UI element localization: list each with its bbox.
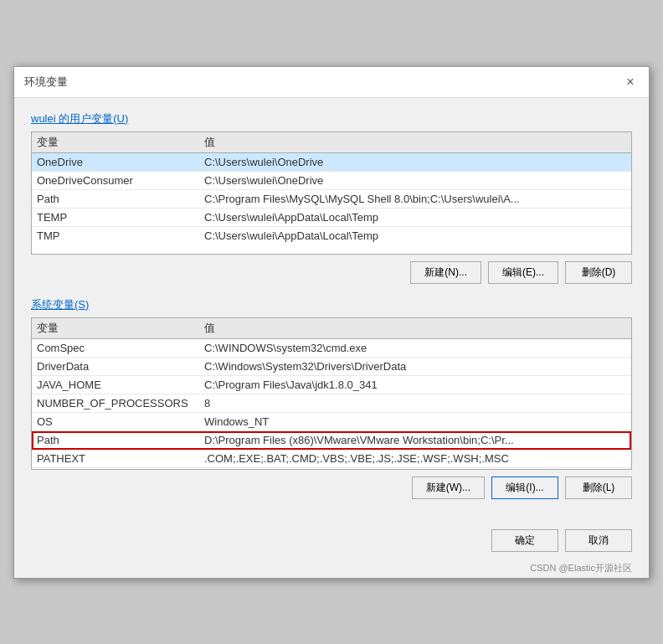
title-bar: 环境变量 ×: [14, 67, 649, 98]
sys-table-row[interactable]: PATHEXT.COM;.EXE;.BAT;.CMD;.VBS;.VBE;.JS…: [32, 450, 631, 468]
dialog-content: wulei 的用户变量(U) 变量 值 OneDriveC:\Users\wul…: [14, 98, 649, 523]
dialog-title: 环境变量: [24, 75, 68, 90]
user-row-var: OneDrive: [37, 156, 204, 168]
user-table-row[interactable]: OneDriveC:\Users\wulei\OneDrive: [32, 153, 631, 172]
sys-row-var: OS: [37, 415, 204, 428]
user-variables-section: wulei 的用户变量(U) 变量 值 OneDriveC:\Users\wul…: [31, 111, 632, 284]
sys-row-val: Windows_NT: [204, 415, 626, 428]
user-row-val: C:\Users\wulei\AppData\Local\Temp: [204, 211, 626, 224]
sys-table-row[interactable]: PathD:\Program Files (x86)\VMware\VMware…: [32, 431, 631, 450]
user-table-row[interactable]: TEMPC:\Users\wulei\AppData\Local\Temp: [32, 209, 631, 227]
user-row-var: TEMP: [37, 211, 204, 224]
user-table-body: OneDriveC:\Users\wulei\OneDriveOneDriveC…: [32, 153, 631, 254]
ok-button[interactable]: 确定: [491, 529, 558, 552]
user-new-button[interactable]: 新建(N)...: [410, 261, 481, 284]
user-table-row[interactable]: OneDriveConsumerC:\Users\wulei\OneDrive: [32, 172, 631, 190]
user-table-row[interactable]: TMPC:\Users\wulei\AppData\Local\Temp: [32, 227, 631, 245]
footer-buttons: 确定 取消: [14, 523, 649, 562]
watermark: CSDN @Elastic开源社区: [14, 562, 649, 578]
user-row-val: C:\Program Files\MySQL\MySQL Shell 8.0\b…: [204, 193, 626, 205]
sys-row-val: C:\Program Files\Java\jdk1.8.0_341: [204, 379, 626, 391]
user-row-var: Path: [37, 193, 204, 205]
system-variables-label[interactable]: 系统变量(S): [31, 297, 89, 312]
sys-delete-button[interactable]: 删除(L): [565, 477, 632, 499]
sys-row-val: C:\WINDOWS\system32\cmd.exe: [204, 342, 626, 354]
sys-table-row[interactable]: OSWindows_NT: [32, 413, 631, 431]
user-row-val: C:\Users\wulei\OneDrive: [204, 174, 626, 187]
sys-buttons-row: 新建(W)... 编辑(I)... 删除(L): [31, 477, 632, 499]
close-button[interactable]: ×: [622, 74, 639, 90]
environment-variables-dialog: 环境变量 × wulei 的用户变量(U) 变量 值 OneDriveC:\Us…: [13, 66, 650, 579]
sys-row-var: JAVA_HOME: [37, 379, 204, 391]
sys-new-button[interactable]: 新建(W)...: [412, 477, 485, 499]
sys-row-var: ComSpec: [37, 342, 204, 354]
sys-row-val: C:\Windows\System32\Drivers\DriverData: [204, 360, 626, 373]
sys-table-row[interactable]: DriverDataC:\Windows\System32\Drivers\Dr…: [32, 358, 631, 376]
sys-row-var: PATHEXT: [37, 452, 204, 465]
system-variables-section: 系统变量(S) 变量 值 ComSpecC:\WINDOWS\system32\…: [31, 297, 632, 499]
user-col-val: 值: [204, 135, 626, 150]
sys-row-val: 8: [204, 397, 626, 410]
user-buttons-row: 新建(N)... 编辑(E)... 删除(D): [31, 261, 632, 284]
sys-col-var: 变量: [37, 321, 204, 336]
sys-table-row[interactable]: NUMBER_OF_PROCESSORS8: [32, 394, 631, 413]
sys-table-body: ComSpecC:\WINDOWS\system32\cmd.exeDriver…: [32, 339, 631, 469]
cancel-button[interactable]: 取消: [565, 529, 632, 552]
user-variables-table: 变量 值 OneDriveC:\Users\wulei\OneDriveOneD…: [31, 131, 632, 255]
sys-table-row[interactable]: ComSpecC:\WINDOWS\system32\cmd.exe: [32, 339, 631, 358]
user-variables-label[interactable]: wulei 的用户变量(U): [31, 111, 128, 126]
sys-row-var: NUMBER_OF_PROCESSORS: [37, 397, 204, 410]
user-table-row[interactable]: PathC:\Program Files\MySQL\MySQL Shell 8…: [32, 190, 631, 209]
sys-table-row[interactable]: PROCESSOR_ARCHITECTUREAMD64: [32, 468, 631, 469]
sys-row-var: Path: [37, 434, 204, 446]
sys-edit-button[interactable]: 编辑(I)...: [491, 477, 558, 499]
user-row-val: C:\Users\wulei\OneDrive: [204, 156, 626, 168]
user-col-var: 变量: [37, 135, 204, 150]
user-row-val: C:\Users\wulei\AppData\Local\Temp: [204, 229, 626, 242]
sys-row-var: DriverData: [37, 360, 204, 373]
user-table-header: 变量 值: [32, 132, 631, 153]
sys-table-header: 变量 值: [32, 318, 631, 339]
user-row-var: TMP: [37, 229, 204, 242]
sys-row-val: .COM;.EXE;.BAT;.CMD;.VBS;.VBE;.JS;.JSE;.…: [204, 452, 626, 465]
user-row-var: OneDriveConsumer: [37, 174, 204, 187]
system-variables-table: 变量 值 ComSpecC:\WINDOWS\system32\cmd.exeD…: [31, 317, 632, 470]
user-edit-button[interactable]: 编辑(E)...: [488, 261, 558, 284]
sys-table-row[interactable]: JAVA_HOMEC:\Program Files\Java\jdk1.8.0_…: [32, 376, 631, 394]
user-delete-button[interactable]: 删除(D): [565, 261, 632, 284]
sys-col-val: 值: [204, 321, 626, 336]
sys-row-val: D:\Program Files (x86)\VMware\VMware Wor…: [204, 434, 626, 446]
